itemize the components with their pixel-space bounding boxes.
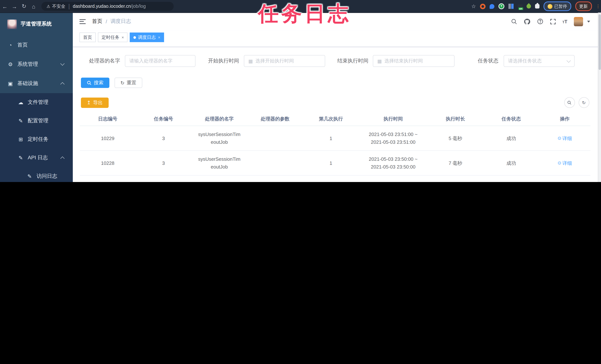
annotation-title: 任务日志 — [258, 0, 351, 28]
sidebar-item-label: API 日志 — [28, 154, 48, 161]
extension-leaf-icon[interactable] — [526, 3, 532, 10]
table-cell: 2021-05-03 23:50:00 ~2021-05-03 23:50:00 — [359, 151, 428, 175]
close-icon[interactable]: × — [121, 35, 124, 40]
scrollbar-thumb[interactable] — [598, 14, 601, 70]
security-label[interactable]: 不安全 — [52, 3, 65, 10]
detail-link[interactable]: ⊙详细 — [558, 134, 572, 142]
table-cell: sysUserSessionTimeoutJob — [191, 151, 247, 175]
sidebar-item-label: 访问日志 — [37, 173, 57, 180]
tab-0[interactable]: 首页 — [80, 32, 96, 42]
column-header: 执行时长 — [428, 112, 483, 126]
font-size-icon[interactable]: TT — [562, 19, 567, 24]
sidebar-item-6[interactable]: ✎API 日志 — [0, 149, 73, 167]
forward-icon[interactable]: → — [10, 3, 19, 10]
eye-icon: ⊙ — [558, 159, 561, 167]
breadcrumb-home[interactable]: 首页 — [92, 18, 102, 25]
hamburger-icon[interactable] — [80, 19, 86, 24]
user-avatar[interactable] — [574, 17, 583, 26]
search-icon[interactable] — [511, 18, 517, 25]
navbar-icons: TT — [511, 17, 590, 26]
column-header: 任务编号 — [136, 112, 191, 126]
detail-link[interactable]: ⊙详细 — [558, 159, 572, 167]
tab-label: 首页 — [83, 34, 92, 40]
reset-button[interactable]: ↻ 重置 — [115, 78, 142, 88]
paused-extension-badge[interactable]: 已暂停 — [543, 1, 571, 11]
job-status-select[interactable]: 请选择任务状态 — [504, 55, 575, 67]
breadcrumb-current: 调度日志 — [110, 18, 131, 25]
reload-icon[interactable]: ↻ — [19, 3, 29, 10]
tab-1[interactable]: 定时任务× — [98, 32, 128, 42]
monitor-icon: ▣ — [7, 81, 13, 86]
chevron-up-icon — [60, 156, 65, 161]
end-time-input[interactable]: ▦ 选择结束执行时间 — [373, 55, 454, 67]
extension-grid-icon[interactable] — [509, 4, 514, 9]
bookmark-star-icon[interactable]: ☆ — [471, 3, 476, 9]
sidebar-item-1[interactable]: ⚙系统管理 — [0, 55, 73, 74]
breadcrumb-separator: / — [106, 19, 107, 24]
sidebar-item-3[interactable]: ☁文件管理 — [0, 93, 73, 111]
table-cell: 3 — [136, 126, 191, 151]
job-log-table: 日志编号任务编号处理器的名字处理器的参数第几次执行执行时间执行时长任务状态操作1… — [80, 112, 591, 182]
toggle-search-button[interactable] — [564, 97, 575, 108]
sidebar-item-7[interactable]: ✎访问日志 — [0, 167, 73, 182]
edit-icon: ✎ — [18, 118, 24, 124]
handler-name-label: 处理器的名字 — [89, 58, 120, 64]
dashboard-icon: ◔ — [7, 42, 13, 48]
sidebar-item-5[interactable]: ⊞定时任务 — [0, 130, 73, 149]
on-badge: on — [518, 7, 523, 10]
table-cell: 3 — [136, 175, 191, 182]
start-time-input[interactable]: ▦ 选择开始执行时间 — [244, 55, 325, 67]
sidebar-item-label: 首页 — [17, 42, 28, 48]
export-button[interactable]: ↥ 导出 — [81, 97, 109, 108]
update-button[interactable]: 更新 — [575, 1, 592, 11]
sidebar-item-label: 基础设施 — [17, 80, 38, 87]
sidebar-item-label: 定时任务 — [28, 136, 48, 143]
table-cell — [247, 175, 303, 182]
scrollbar[interactable] — [598, 13, 601, 182]
start-time-placeholder: 选择开始执行时间 — [256, 58, 294, 64]
filter-form: 处理器的名字 请输入处理器的名字 开始执行时间 ▦ 选择开始执行时间 结束执行时… — [73, 55, 591, 67]
table-row: 102273sysUserSessionTimeoutJob12021-05-0… — [80, 175, 591, 182]
refresh-icon: ↻ — [120, 80, 125, 86]
table-row: 102283sysUserSessionTimeoutJob12021-05-0… — [80, 151, 591, 175]
extension-switch-icon[interactable]: on — [518, 4, 522, 8]
close-icon[interactable]: × — [158, 35, 160, 40]
app-title: 芋道管理系统 — [21, 21, 52, 27]
start-time-label: 开始执行时间 — [208, 58, 239, 64]
help-icon[interactable] — [537, 18, 543, 25]
main-area: 首页 / 调度日志 TT 首页定时任务×调度日志× 处理器的名字 请输入处理器的… — [73, 13, 601, 182]
sidebar-menu: ◔首页⚙系统管理▣基础设施☁文件管理✎配置管理⊞定时任务✎API 日志✎访问日志… — [0, 35, 73, 182]
end-time-label: 结束执行时间 — [337, 58, 368, 64]
tab-2[interactable]: 调度日志× — [130, 32, 164, 42]
extension-orange-icon[interactable] — [480, 3, 486, 9]
sidebar-item-label: 文件管理 — [28, 99, 48, 106]
avatar-caret-icon[interactable] — [587, 20, 590, 22]
back-icon[interactable]: ← — [0, 3, 10, 10]
extension-blue-icon[interactable] — [490, 4, 494, 9]
breadcrumb: 首页 / 调度日志 — [92, 18, 131, 25]
browser-menu-icon[interactable]: ⋮ — [596, 6, 598, 7]
extension-green-icon[interactable]: Y — [499, 3, 504, 9]
address-bar[interactable]: ⚠ 不安全 | dashboard.yudao.iocoder.cn/job/l… — [41, 2, 174, 11]
table-cell: 10228 — [80, 151, 136, 175]
fullscreen-icon[interactable] — [550, 18, 556, 25]
app-logo-row[interactable]: 芋道管理系统 — [0, 13, 73, 35]
search-label: 搜索 — [94, 80, 103, 86]
sidebar-item-0[interactable]: ◔首页 — [0, 35, 73, 55]
github-icon[interactable] — [524, 18, 531, 25]
reset-label: 重置 — [127, 80, 136, 86]
access-log-icon: ✎ — [27, 173, 32, 179]
search-button[interactable]: 搜索 — [81, 78, 109, 88]
update-label: 更新 — [579, 3, 588, 9]
refresh-table-button[interactable]: ↻ — [579, 97, 589, 108]
table-cell: sysUserSessionTimeoutJob — [191, 126, 247, 151]
sidebar-item-2[interactable]: ▣基础设施 — [0, 74, 73, 93]
sidebar-item-4[interactable]: ✎配置管理 — [0, 111, 73, 130]
handler-name-input[interactable]: 请输入处理器的名字 — [125, 55, 195, 67]
table-toolbar: ↥ 导出 ↻ — [81, 97, 589, 108]
page-content: 处理器的名字 请输入处理器的名字 开始执行时间 ▦ 选择开始执行时间 结束执行时… — [73, 47, 601, 182]
extensions-puzzle-icon[interactable] — [535, 4, 540, 9]
detail-label: 详细 — [562, 134, 572, 142]
home-icon[interactable]: ⌂ — [29, 3, 39, 10]
search-icon — [567, 100, 572, 105]
